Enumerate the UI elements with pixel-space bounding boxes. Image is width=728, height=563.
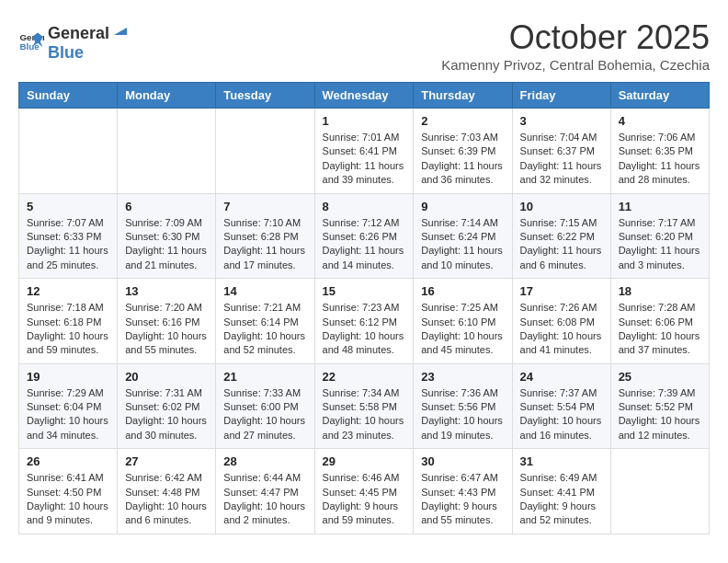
calendar-cell: 21Sunrise: 7:33 AMSunset: 6:00 PMDayligh… <box>216 363 314 449</box>
day-info: Sunrise: 6:41 AMSunset: 4:50 PMDaylight:… <box>27 471 109 528</box>
day-number: 7 <box>223 200 306 213</box>
calendar-week-row: 12Sunrise: 7:18 AMSunset: 6:18 PMDayligh… <box>19 279 710 364</box>
day-number: 13 <box>125 284 208 298</box>
calendar-cell: 26Sunrise: 6:41 AMSunset: 4:50 PMDayligh… <box>19 449 118 534</box>
day-number: 12 <box>27 284 109 298</box>
day-number: 6 <box>125 200 208 213</box>
page-header: General Blue General Blue October 2025 K… <box>18 18 710 73</box>
day-number: 29 <box>323 454 406 468</box>
calendar-cell: 18Sunrise: 7:28 AMSunset: 6:06 PMDayligh… <box>610 279 709 364</box>
calendar-week-row: 19Sunrise: 7:29 AMSunset: 6:04 PMDayligh… <box>19 363 710 449</box>
day-info: Sunrise: 7:21 AMSunset: 6:14 PMDaylight:… <box>223 301 306 358</box>
day-number: 25 <box>619 370 701 384</box>
calendar-cell: 3Sunrise: 7:04 AMSunset: 6:37 PMDaylight… <box>512 109 610 194</box>
calendar-cell: 23Sunrise: 7:36 AMSunset: 5:56 PMDayligh… <box>414 363 512 449</box>
calendar-header-row: SundayMondayTuesdayWednesdayThursdayFrid… <box>19 83 710 109</box>
calendar-header-saturday: Saturday <box>610 83 709 109</box>
day-number: 19 <box>27 370 109 384</box>
calendar-cell: 19Sunrise: 7:29 AMSunset: 6:04 PMDayligh… <box>19 363 118 449</box>
calendar-cell: 11Sunrise: 7:17 AMSunset: 6:20 PMDayligh… <box>610 193 709 279</box>
day-number: 24 <box>520 370 603 384</box>
day-info: Sunrise: 7:39 AMSunset: 5:52 PMDaylight:… <box>619 386 701 443</box>
day-number: 30 <box>421 454 504 468</box>
day-info: Sunrise: 6:47 AMSunset: 4:43 PMDaylight:… <box>421 471 504 528</box>
calendar-header-thursday: Thursday <box>414 83 512 109</box>
calendar-cell: 22Sunrise: 7:34 AMSunset: 5:58 PMDayligh… <box>314 363 414 449</box>
calendar-header-tuesday: Tuesday <box>216 83 314 109</box>
calendar-week-row: 1Sunrise: 7:01 AMSunset: 6:41 PMDaylight… <box>19 109 710 194</box>
day-number: 18 <box>619 284 701 298</box>
calendar-header-wednesday: Wednesday <box>314 83 414 109</box>
calendar-cell: 5Sunrise: 7:07 AMSunset: 6:33 PMDaylight… <box>19 193 118 279</box>
day-info: Sunrise: 7:34 AMSunset: 5:58 PMDaylight:… <box>323 386 406 443</box>
day-number: 14 <box>223 284 306 298</box>
day-number: 11 <box>619 200 701 213</box>
calendar-cell: 13Sunrise: 7:20 AMSunset: 6:16 PMDayligh… <box>118 279 216 364</box>
calendar-cell <box>118 109 216 194</box>
day-info: Sunrise: 7:15 AMSunset: 6:22 PMDaylight:… <box>520 216 603 273</box>
calendar-cell: 28Sunrise: 6:44 AMSunset: 4:47 PMDayligh… <box>216 449 314 534</box>
day-info: Sunrise: 6:49 AMSunset: 4:41 PMDaylight:… <box>520 471 603 528</box>
day-info: Sunrise: 7:28 AMSunset: 6:06 PMDaylight:… <box>619 301 701 358</box>
logo-icon: General Blue <box>18 28 44 53</box>
calendar-cell <box>610 449 709 534</box>
day-info: Sunrise: 7:12 AMSunset: 6:26 PMDaylight:… <box>323 216 406 273</box>
day-number: 28 <box>223 454 306 468</box>
day-info: Sunrise: 7:17 AMSunset: 6:20 PMDaylight:… <box>619 216 701 273</box>
calendar-cell: 24Sunrise: 7:37 AMSunset: 5:54 PMDayligh… <box>512 363 610 449</box>
day-number: 3 <box>520 114 603 128</box>
day-info: Sunrise: 7:07 AMSunset: 6:33 PMDaylight:… <box>27 216 109 273</box>
logo-triangle-icon <box>110 18 131 39</box>
calendar-cell: 17Sunrise: 7:26 AMSunset: 6:08 PMDayligh… <box>512 279 610 364</box>
day-number: 20 <box>125 370 208 384</box>
day-info: Sunrise: 7:14 AMSunset: 6:24 PMDaylight:… <box>421 216 504 273</box>
day-number: 9 <box>421 200 504 213</box>
day-info: Sunrise: 7:03 AMSunset: 6:39 PMDaylight:… <box>421 131 504 188</box>
calendar-cell: 29Sunrise: 6:46 AMSunset: 4:45 PMDayligh… <box>314 449 414 534</box>
calendar-cell: 10Sunrise: 7:15 AMSunset: 6:22 PMDayligh… <box>512 193 610 279</box>
day-info: Sunrise: 7:33 AMSunset: 6:00 PMDaylight:… <box>223 386 306 443</box>
calendar-cell: 20Sunrise: 7:31 AMSunset: 6:02 PMDayligh… <box>118 363 216 449</box>
day-info: Sunrise: 7:36 AMSunset: 5:56 PMDaylight:… <box>421 386 504 443</box>
calendar-week-row: 5Sunrise: 7:07 AMSunset: 6:33 PMDaylight… <box>19 193 710 279</box>
day-number: 5 <box>27 200 109 213</box>
day-info: Sunrise: 7:37 AMSunset: 5:54 PMDaylight:… <box>520 386 603 443</box>
calendar-cell: 16Sunrise: 7:25 AMSunset: 6:10 PMDayligh… <box>414 279 512 364</box>
day-info: Sunrise: 7:26 AMSunset: 6:08 PMDaylight:… <box>520 301 603 358</box>
day-info: Sunrise: 7:29 AMSunset: 6:04 PMDaylight:… <box>27 386 109 443</box>
day-info: Sunrise: 7:25 AMSunset: 6:10 PMDaylight:… <box>421 301 504 358</box>
day-number: 27 <box>125 454 208 468</box>
day-info: Sunrise: 7:04 AMSunset: 6:37 PMDaylight:… <box>520 131 603 188</box>
day-info: Sunrise: 6:44 AMSunset: 4:47 PMDaylight:… <box>223 471 306 528</box>
calendar-cell <box>216 109 314 194</box>
calendar-cell: 4Sunrise: 7:06 AMSunset: 6:35 PMDaylight… <box>610 109 709 194</box>
calendar-cell: 1Sunrise: 7:01 AMSunset: 6:41 PMDaylight… <box>314 109 414 194</box>
day-info: Sunrise: 7:10 AMSunset: 6:28 PMDaylight:… <box>223 216 306 273</box>
day-number: 4 <box>619 114 701 128</box>
day-number: 2 <box>421 114 504 128</box>
calendar-cell: 8Sunrise: 7:12 AMSunset: 6:26 PMDaylight… <box>314 193 414 279</box>
day-number: 22 <box>323 370 406 384</box>
day-number: 31 <box>520 454 603 468</box>
day-number: 17 <box>520 284 603 298</box>
calendar-cell: 31Sunrise: 6:49 AMSunset: 4:41 PMDayligh… <box>512 449 610 534</box>
calendar-header-friday: Friday <box>512 83 610 109</box>
title-area: October 2025 Kamenny Privoz, Central Boh… <box>441 18 710 73</box>
day-number: 1 <box>323 114 406 128</box>
logo-blue-text: Blue <box>48 43 84 62</box>
calendar-cell: 14Sunrise: 7:21 AMSunset: 6:14 PMDayligh… <box>216 279 314 364</box>
calendar-cell: 30Sunrise: 6:47 AMSunset: 4:43 PMDayligh… <box>414 449 512 534</box>
calendar-cell: 7Sunrise: 7:10 AMSunset: 6:28 PMDaylight… <box>216 193 314 279</box>
day-info: Sunrise: 7:31 AMSunset: 6:02 PMDaylight:… <box>125 386 208 443</box>
day-info: Sunrise: 6:46 AMSunset: 4:45 PMDaylight:… <box>323 471 406 528</box>
day-info: Sunrise: 7:20 AMSunset: 6:16 PMDaylight:… <box>125 301 208 358</box>
day-info: Sunrise: 6:42 AMSunset: 4:48 PMDaylight:… <box>125 471 208 528</box>
calendar-cell: 15Sunrise: 7:23 AMSunset: 6:12 PMDayligh… <box>314 279 414 364</box>
day-number: 10 <box>520 200 603 213</box>
day-number: 8 <box>323 200 406 213</box>
day-number: 23 <box>421 370 504 384</box>
day-number: 16 <box>421 284 504 298</box>
calendar-cell: 6Sunrise: 7:09 AMSunset: 6:30 PMDaylight… <box>118 193 216 279</box>
day-info: Sunrise: 7:23 AMSunset: 6:12 PMDaylight:… <box>323 301 406 358</box>
calendar-cell: 12Sunrise: 7:18 AMSunset: 6:18 PMDayligh… <box>19 279 118 364</box>
